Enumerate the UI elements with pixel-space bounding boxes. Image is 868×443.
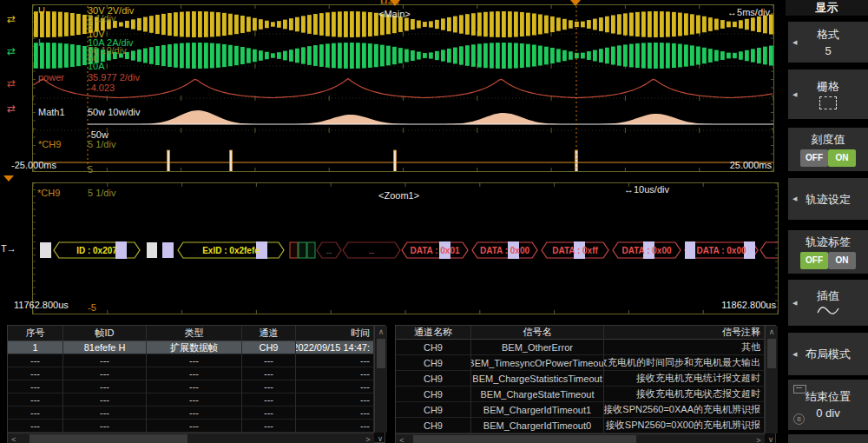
frame-table-cell: 2022/09/15 14:47: (296, 341, 374, 354)
main-channel-line1-power: 35.977 2/div (88, 73, 140, 83)
frame-table-cell: --- (147, 367, 242, 380)
sidebar-button-scale-value[interactable]: 刻度值OFFON (788, 128, 868, 171)
channel-position-marker-math1[interactable]: ⇄ (7, 103, 16, 114)
frame-table-cell: --- (8, 407, 63, 420)
channel-position-marker-u[interactable]: ⇄ (7, 14, 16, 24)
oscilloscope-app: ⇄ ⇄ ⇄ ⇄ <Main> ↔5ms/div -25.000ms 25.000… (0, 0, 868, 443)
main-channel-name-math1: Math1 (38, 108, 65, 117)
channel-position-marker-i[interactable]: ⇄ (7, 46, 16, 56)
chevron-left-icon: ◀ (792, 91, 797, 98)
zoom-scale-label: 5 1/div (88, 188, 115, 198)
frame-table-vscrollbar[interactable]: ∧ (374, 326, 387, 433)
chevron-left-icon: ◀ (792, 39, 797, 46)
frame-table-cell: --- (8, 380, 63, 393)
zoom-waveform-panel: ID : 0x207ExID : 0x2fefe......DATA : 0x0… (32, 182, 779, 314)
scroll-right-icon[interactable]: > (363, 433, 373, 443)
frame-table-cell: 81efefe H (63, 341, 147, 354)
scroll-down-icon[interactable]: ∨ (765, 433, 777, 443)
scroll-right-icon[interactable]: > (753, 434, 764, 443)
frame-table-header-cell: 类型 (147, 326, 242, 341)
trigger-position-marker[interactable] (390, 0, 400, 6)
scroll-down-icon[interactable]: ∨ (374, 433, 386, 443)
zoom-panel-marker[interactable] (3, 175, 14, 182)
frame-table-cell: --- (296, 420, 374, 433)
frame-table-cell: CH9 (242, 341, 296, 354)
main-channel-name-u: U (38, 6, 45, 16)
scale-value-toggle-off[interactable]: OFF (800, 149, 828, 167)
signal-table-hthumb[interactable] (413, 435, 636, 443)
frame-table-row[interactable]: --------------- (8, 380, 374, 393)
trace-label-toggle-off[interactable]: OFF (800, 252, 828, 269)
main-time-right-label: 25.000ms (730, 161, 772, 170)
scale-value-toggle-on[interactable]: ON (828, 149, 856, 167)
sidebar-button-layout-mode[interactable]: ◀布局模式 (788, 333, 868, 375)
sidebar-button-format[interactable]: ◀格式5 (788, 22, 868, 63)
main-waveform-panel: <Main> ↔5ms/div -25.000ms 25.000ms U30V … (32, 4, 774, 172)
channel-position-marker-power[interactable]: ⇄ (7, 78, 16, 89)
frame-table: 序号帧ID类型通道时间181efefe H扩展数据帧CH92022/09/15 … (7, 325, 385, 443)
decode-segment-label: ... (369, 248, 375, 255)
decode-segment-label: DATA : 0x00 (696, 246, 746, 255)
signal-table-row[interactable]: CH9BEM_OtherError其他 (396, 340, 765, 355)
signal-table-cell: 接收SPN2560=0X00的充电机辨识报 (604, 418, 765, 433)
signal-table-vscrollbar[interactable]: ∧ (765, 326, 778, 433)
frame-table-hthumb[interactable] (30, 434, 187, 443)
scroll-up-icon[interactable]: ∧ (766, 327, 778, 337)
frame-table-cell: --- (296, 380, 374, 393)
frame-table-header-cell: 通道 (242, 326, 296, 341)
frame-table-cell: 扩展数据帧 (147, 341, 242, 354)
frame-table-cell: --- (8, 367, 63, 380)
trigger-point-label: T→ (1, 244, 16, 254)
keyboard-icon (793, 385, 806, 393)
frame-table-row[interactable]: --------------- (8, 420, 374, 433)
signal-table: 通道名称信号名信号注释CH9BEM_OtherError其他CH9BEM_Tim… (395, 325, 776, 443)
scroll-up-icon[interactable]: ∧ (375, 327, 387, 337)
main-channel-name-power: power (38, 73, 64, 83)
sidebar-button-grid[interactable]: ◀栅格 (788, 69, 868, 119)
signal-table-body: 通道名称信号名信号注释CH9BEM_OtherError其他CH9BEM_Tim… (395, 325, 776, 443)
main-channel-name-i: I (38, 38, 41, 48)
frame-table-vthumb[interactable] (377, 339, 385, 368)
sidebar-button-trace-setup[interactable]: ◀轨迹设定 (788, 178, 868, 220)
signal-table-hscrollbar[interactable]: <> (396, 433, 765, 443)
signal-table-row[interactable]: CH9BEM_ChargerIdTimeout0接收SPN2560=0X00的充… (396, 418, 765, 433)
scroll-left-icon[interactable]: < (9, 433, 19, 443)
chevron-left-icon: ◀ (792, 300, 797, 307)
scale-value-toggle[interactable]: OFFON (800, 149, 856, 167)
signal-table-row[interactable]: CH9BEM_TimesyncOrPowerTimeout接收充电机的时间同步和… (396, 355, 765, 371)
chevron-left-icon: ◀ (792, 195, 797, 202)
frame-table-row[interactable]: --------------- (8, 354, 374, 367)
frame-table-cell: 1 (8, 341, 63, 354)
signal-table-row[interactable]: CH9BEM_ChargeStateTimeout接收充电机充电状态报文超时 (396, 387, 765, 402)
main-waveform-plot (33, 5, 773, 171)
signal-table-row[interactable]: CH9BEM_ChargerIdTimeout1接收SPN2560=0XAA的充… (396, 402, 765, 418)
frame-table-row[interactable]: --------------- (8, 367, 374, 380)
sidebar-button-trace-label[interactable]: 轨迹标签OFFON (788, 230, 868, 274)
frame-table-cell: --- (296, 407, 374, 420)
frame-table-cell: --- (296, 354, 374, 367)
scroll-left-icon[interactable]: < (397, 434, 407, 443)
signal-table-cell: CH9 (396, 371, 471, 387)
trace-label-toggle[interactable]: OFFON (800, 252, 856, 269)
signal-table-row[interactable]: CH9BEM_ChargeStatisticsTimeout接收充电机充电统计报… (396, 371, 765, 387)
signal-table-cell: BEM_OtherError (471, 340, 604, 355)
frame-table-cell: --- (242, 393, 296, 407)
trace-label-toggle-on[interactable]: ON (828, 252, 856, 269)
zoom-timebase-label: ↔10us/div (624, 185, 669, 195)
sidebar-button-label: 结束位置 (806, 390, 851, 403)
frame-table-row[interactable]: 181efefe H扩展数据帧CH92022/09/15 14:47: (8, 341, 374, 354)
zoom-position-marker[interactable] (570, 0, 581, 6)
frame-table-row[interactable]: --------------- (8, 407, 374, 420)
sidebar-button-partial[interactable] (788, 434, 868, 443)
signal-table-cell: BEM_ChargerIdTimeout0 (471, 418, 604, 433)
main-window-label: <Main> (378, 10, 411, 19)
sidebar-button-end-position[interactable]: 结束位置0 divB (788, 380, 868, 430)
frame-table-cell: --- (242, 367, 296, 380)
frame-table-row[interactable]: --------------- (8, 393, 374, 407)
frame-table-hscrollbar[interactable]: <> (8, 433, 374, 443)
signal-table-vthumb[interactable] (767, 339, 776, 368)
signal-table-header: 通道名称信号名信号注释 (396, 326, 765, 340)
frame-table-cell: --- (147, 407, 242, 420)
main-channel-line2-power: -4.023 (88, 83, 115, 93)
sidebar-button-interpolation[interactable]: ◀插值 (788, 280, 868, 326)
